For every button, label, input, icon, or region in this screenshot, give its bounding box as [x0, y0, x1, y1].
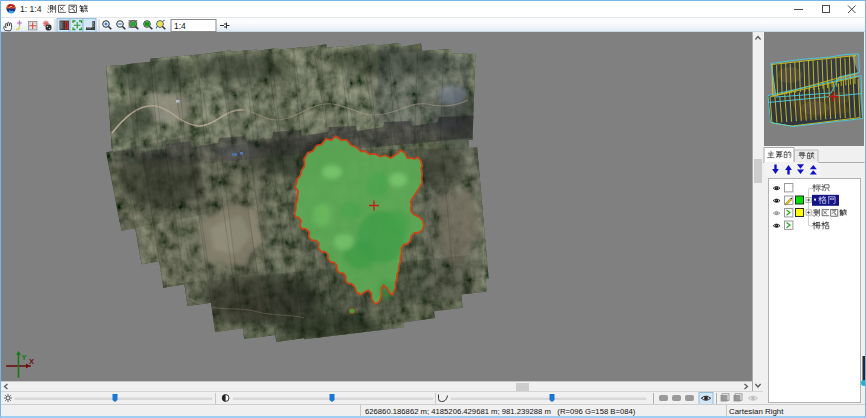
svg-text:Y: Y: [22, 353, 27, 362]
svg-text:1:4: 1:4: [174, 21, 186, 31]
svg-text:X: X: [29, 357, 34, 366]
svg-text:626860.186862 m; 4185206.4296: 626860.186862 m; 4185206.429681 m; 981.2…: [365, 407, 636, 416]
svg-text:1: 1:4: 1: 1:4: [20, 4, 42, 14]
svg-text:Cartesian Right: Cartesian Right: [729, 407, 784, 416]
